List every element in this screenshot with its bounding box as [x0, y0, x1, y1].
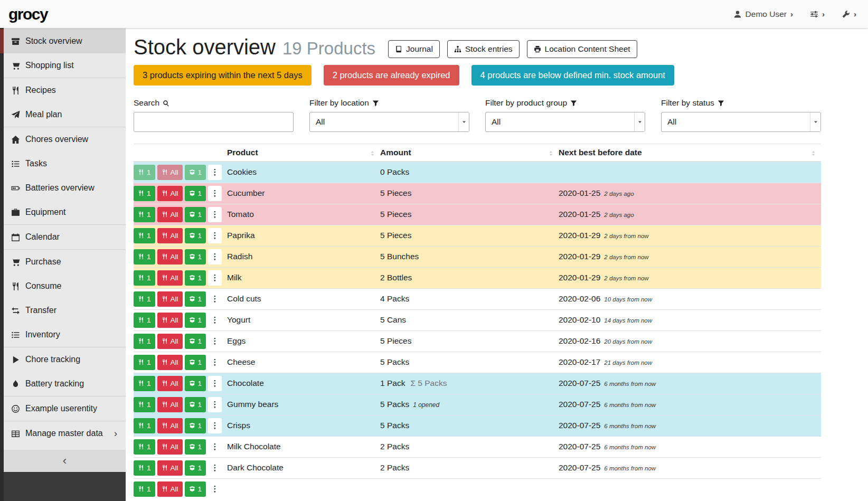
consume-one-button[interactable]: 1: [134, 207, 155, 222]
consume-all-button[interactable]: All: [157, 270, 183, 286]
sidebar-item-shopping-list[interactable]: Shopping list: [4, 53, 126, 78]
consume-one-button[interactable]: 1: [134, 355, 155, 370]
row-menu-button[interactable]: ⋮: [208, 418, 222, 433]
stock-entries-button[interactable]: Stock entries: [447, 40, 520, 58]
row-menu-button[interactable]: ⋮: [208, 291, 222, 307]
product-group-select[interactable]: All: [485, 112, 645, 132]
row-menu-button[interactable]: ⋮: [208, 334, 222, 349]
row-menu-button[interactable]: ⋮: [208, 355, 222, 370]
search-input[interactable]: [134, 112, 294, 132]
consume-all-button[interactable]: All: [157, 291, 183, 307]
consume-one-button[interactable]: 1: [134, 376, 155, 391]
open-one-button[interactable]: 1: [185, 397, 206, 412]
consume-all-button[interactable]: All: [157, 481, 183, 497]
open-one-button[interactable]: 1: [185, 481, 206, 497]
consume-all-button[interactable]: All: [157, 460, 183, 476]
sidebar-item-purchase[interactable]: Purchase: [4, 250, 126, 274]
open-one-button[interactable]: 1: [185, 249, 206, 264]
open-one-button[interactable]: 1: [185, 376, 206, 391]
consume-one-button[interactable]: 1: [134, 397, 155, 412]
row-menu-button[interactable]: ⋮: [208, 270, 222, 286]
open-one-button[interactable]: 1: [185, 228, 206, 243]
open-one-button[interactable]: 1: [185, 355, 206, 370]
sidebar-collapse-button[interactable]: ‹: [4, 450, 126, 472]
app-logo[interactable]: grocy: [8, 5, 48, 23]
open-one-button[interactable]: 1: [185, 270, 206, 286]
open-one-button[interactable]: 1: [185, 186, 206, 201]
consume-one-button[interactable]: 1: [134, 249, 155, 264]
consume-one-button[interactable]: 1: [134, 460, 155, 476]
consume-all-button[interactable]: All: [157, 397, 183, 412]
sidebar-item-calendar[interactable]: Calendar: [4, 225, 126, 249]
row-menu-button[interactable]: ⋮: [208, 481, 222, 497]
open-one-button[interactable]: 1: [185, 165, 206, 180]
admin-menu[interactable]: ›: [842, 10, 856, 18]
open-one-button[interactable]: 1: [185, 439, 206, 455]
consume-all-button[interactable]: All: [157, 165, 183, 180]
row-menu-button[interactable]: ⋮: [208, 186, 222, 201]
sidebar-item-meal-plan[interactable]: Meal plan: [4, 102, 126, 127]
column-header-amount[interactable]: Amount: [380, 144, 559, 162]
consume-all-button[interactable]: All: [157, 228, 183, 243]
consume-one-button[interactable]: 1: [134, 270, 155, 286]
sidebar-item-recipes[interactable]: Recipes: [4, 78, 126, 102]
consume-one-button[interactable]: 1: [134, 418, 155, 433]
open-one-button[interactable]: 1: [185, 313, 206, 328]
status-select[interactable]: All: [661, 112, 821, 132]
row-menu-button[interactable]: ⋮: [208, 228, 222, 243]
column-header-product[interactable]: Product: [227, 144, 380, 162]
consume-all-button[interactable]: All: [157, 249, 183, 264]
user-menu[interactable]: Demo User ›: [733, 10, 793, 19]
sidebar-item-battery-tracking[interactable]: Battery tracking: [4, 372, 126, 396]
consume-all-button[interactable]: All: [157, 334, 183, 349]
consume-one-button[interactable]: 1: [134, 334, 155, 349]
row-menu-button[interactable]: ⋮: [208, 376, 222, 391]
open-one-button[interactable]: 1: [185, 291, 206, 307]
open-one-button[interactable]: 1: [185, 207, 206, 222]
consume-one-button[interactable]: 1: [134, 313, 155, 328]
consume-all-button[interactable]: All: [157, 355, 183, 370]
sidebar-item-transfer[interactable]: Transfer: [4, 298, 126, 323]
consume-all-button[interactable]: All: [157, 376, 183, 391]
consume-one-button[interactable]: 1: [134, 481, 155, 497]
row-menu-button[interactable]: ⋮: [208, 165, 222, 180]
alert-warning[interactable]: 3 products expiring within the next 5 da…: [134, 65, 312, 86]
open-one-button[interactable]: 1: [185, 460, 206, 476]
consume-all-button[interactable]: All: [157, 439, 183, 455]
sidebar-item-stock-overview[interactable]: Stock overview: [4, 29, 126, 53]
location-select[interactable]: All: [309, 112, 469, 132]
location-content-sheet-button[interactable]: Location Content Sheet: [527, 40, 637, 58]
consume-one-button[interactable]: 1: [134, 291, 155, 307]
sidebar-item-inventory[interactable]: Inventory: [4, 323, 126, 347]
settings-menu[interactable]: ›: [810, 10, 825, 18]
sidebar-item-batteries-overview[interactable]: Batteries overview: [4, 176, 126, 200]
row-menu-button[interactable]: ⋮: [208, 249, 222, 264]
row-menu-button[interactable]: ⋮: [208, 460, 222, 476]
consume-all-button[interactable]: All: [157, 418, 183, 433]
row-menu-button[interactable]: ⋮: [208, 397, 222, 412]
consume-one-button[interactable]: 1: [134, 228, 155, 243]
consume-one-button[interactable]: 1: [134, 186, 155, 201]
consume-one-button[interactable]: 1: [134, 439, 155, 455]
sidebar-item-chores-overview[interactable]: Chores overview: [4, 127, 126, 152]
row-menu-button[interactable]: ⋮: [208, 313, 222, 328]
consume-all-button[interactable]: All: [157, 186, 183, 201]
alert-info[interactable]: 4 products are below defined min. stock …: [471, 65, 674, 86]
sidebar-item-tasks[interactable]: Tasks: [4, 152, 126, 176]
consume-one-button[interactable]: 1: [134, 165, 155, 180]
sidebar-item-example-userentity[interactable]: Example userentity: [4, 396, 126, 421]
sidebar-item-equipment[interactable]: Equipment: [4, 200, 126, 224]
sidebar-item-chore-tracking[interactable]: Chore tracking: [4, 347, 126, 372]
open-one-button[interactable]: 1: [185, 418, 206, 433]
sidebar-item-manage-master-data[interactable]: Manage master data›: [4, 421, 126, 446]
journal-button[interactable]: Journal: [388, 40, 440, 58]
consume-all-button[interactable]: All: [157, 207, 183, 222]
row-menu-button[interactable]: ⋮: [208, 439, 222, 455]
consume-all-button[interactable]: All: [157, 313, 183, 328]
button-label: 1: [147, 337, 151, 345]
sidebar-item-consume[interactable]: Consume: [4, 274, 126, 298]
row-menu-button[interactable]: ⋮: [208, 207, 222, 222]
open-one-button[interactable]: 1: [185, 334, 206, 349]
alert-danger[interactable]: 2 products are already expired: [324, 65, 459, 86]
column-header-next-best-before-date[interactable]: Next best before date: [559, 144, 821, 162]
